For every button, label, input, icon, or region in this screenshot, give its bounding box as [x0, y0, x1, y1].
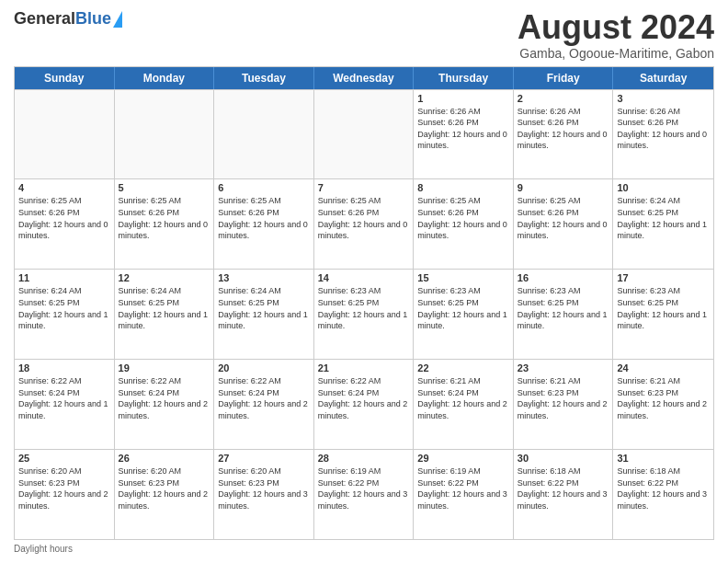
table-row	[115, 90, 215, 179]
table-row: 30Sunrise: 6:18 AM Sunset: 6:22 PM Dayli…	[514, 450, 614, 539]
table-row: 12Sunrise: 6:24 AM Sunset: 6:25 PM Dayli…	[115, 270, 215, 359]
day-number: 27	[218, 453, 310, 464]
day-header-friday: Friday	[514, 67, 614, 89]
table-row: 31Sunrise: 6:18 AM Sunset: 6:22 PM Dayli…	[613, 450, 713, 539]
page: General Blue August 2024 Gamba, Ogooue-M…	[0, 0, 728, 563]
cell-info: Sunrise: 6:24 AM Sunset: 6:25 PM Dayligh…	[218, 285, 310, 331]
table-row: 29Sunrise: 6:19 AM Sunset: 6:22 PM Dayli…	[414, 450, 514, 539]
calendar-header: SundayMondayTuesdayWednesdayThursdayFrid…	[15, 67, 713, 89]
day-number: 8	[417, 182, 509, 193]
cell-info: Sunrise: 6:19 AM Sunset: 6:22 PM Dayligh…	[318, 465, 410, 511]
table-row: 4Sunrise: 6:25 AM Sunset: 6:26 PM Daylig…	[15, 179, 115, 269]
table-row: 15Sunrise: 6:23 AM Sunset: 6:25 PM Dayli…	[414, 270, 514, 359]
logo-triangle-icon	[113, 11, 122, 28]
cell-info: Sunrise: 6:21 AM Sunset: 6:24 PM Dayligh…	[417, 375, 509, 421]
cell-info: Sunrise: 6:22 AM Sunset: 6:24 PM Dayligh…	[218, 375, 310, 421]
table-row: 22Sunrise: 6:21 AM Sunset: 6:24 PM Dayli…	[414, 360, 514, 449]
cell-info: Sunrise: 6:18 AM Sunset: 6:22 PM Dayligh…	[617, 465, 710, 511]
cell-info: Sunrise: 6:23 AM Sunset: 6:25 PM Dayligh…	[318, 285, 410, 331]
day-header-saturday: Saturday	[613, 67, 713, 89]
cell-info: Sunrise: 6:18 AM Sunset: 6:22 PM Dayligh…	[518, 465, 609, 511]
day-number: 1	[417, 93, 509, 104]
table-row: 26Sunrise: 6:20 AM Sunset: 6:23 PM Dayli…	[115, 450, 215, 539]
cell-info: Sunrise: 6:20 AM Sunset: 6:23 PM Dayligh…	[218, 465, 310, 511]
table-row: 10Sunrise: 6:24 AM Sunset: 6:25 PM Dayli…	[613, 179, 713, 269]
main-title: August 2024	[518, 9, 714, 46]
cell-info: Sunrise: 6:21 AM Sunset: 6:23 PM Dayligh…	[518, 375, 609, 421]
day-number: 20	[218, 362, 310, 373]
day-number: 25	[18, 453, 110, 464]
table-row: 19Sunrise: 6:22 AM Sunset: 6:24 PM Dayli…	[115, 360, 215, 449]
table-row	[15, 90, 115, 179]
table-row: 27Sunrise: 6:20 AM Sunset: 6:23 PM Dayli…	[214, 450, 314, 539]
table-row: 6Sunrise: 6:25 AM Sunset: 6:26 PM Daylig…	[214, 179, 314, 269]
logo: General Blue	[14, 9, 122, 29]
cell-info: Sunrise: 6:23 AM Sunset: 6:25 PM Dayligh…	[617, 285, 710, 331]
day-number: 10	[617, 182, 710, 193]
table-row: 23Sunrise: 6:21 AM Sunset: 6:23 PM Dayli…	[514, 360, 614, 449]
cell-info: Sunrise: 6:20 AM Sunset: 6:23 PM Dayligh…	[18, 465, 110, 511]
table-row: 20Sunrise: 6:22 AM Sunset: 6:24 PM Dayli…	[214, 360, 314, 449]
day-number: 13	[218, 272, 310, 283]
day-number: 4	[18, 182, 110, 193]
day-number: 17	[617, 272, 710, 283]
cell-info: Sunrise: 6:25 AM Sunset: 6:26 PM Dayligh…	[417, 195, 509, 241]
day-header-thursday: Thursday	[414, 67, 514, 89]
day-number: 5	[119, 182, 210, 193]
calendar-row: 18Sunrise: 6:22 AM Sunset: 6:24 PM Dayli…	[15, 359, 713, 449]
day-header-wednesday: Wednesday	[314, 67, 415, 89]
day-number: 7	[318, 182, 410, 193]
day-number: 15	[417, 272, 509, 283]
table-row	[314, 90, 415, 179]
day-number: 28	[318, 453, 410, 464]
table-row: 2Sunrise: 6:26 AM Sunset: 6:26 PM Daylig…	[514, 90, 614, 179]
cell-info: Sunrise: 6:23 AM Sunset: 6:25 PM Dayligh…	[417, 285, 509, 331]
table-row: 28Sunrise: 6:19 AM Sunset: 6:22 PM Dayli…	[314, 450, 415, 539]
table-row: 13Sunrise: 6:24 AM Sunset: 6:25 PM Dayli…	[214, 270, 314, 359]
logo-blue-text: Blue	[75, 9, 111, 29]
cell-info: Sunrise: 6:25 AM Sunset: 6:26 PM Dayligh…	[119, 195, 210, 241]
table-row: 1Sunrise: 6:26 AM Sunset: 6:26 PM Daylig…	[414, 90, 514, 179]
calendar-row: 11Sunrise: 6:24 AM Sunset: 6:25 PM Dayli…	[15, 269, 713, 359]
cell-info: Sunrise: 6:21 AM Sunset: 6:23 PM Dayligh…	[617, 375, 710, 421]
cell-info: Sunrise: 6:23 AM Sunset: 6:25 PM Dayligh…	[518, 285, 609, 331]
day-number: 21	[318, 362, 410, 373]
table-row: 25Sunrise: 6:20 AM Sunset: 6:23 PM Dayli…	[15, 450, 115, 539]
cell-info: Sunrise: 6:25 AM Sunset: 6:26 PM Dayligh…	[18, 195, 110, 241]
day-number: 3	[617, 93, 710, 104]
day-number: 16	[518, 272, 609, 283]
cell-info: Sunrise: 6:26 AM Sunset: 6:26 PM Dayligh…	[617, 106, 710, 152]
logo-general-text: General	[14, 9, 75, 29]
table-row: 21Sunrise: 6:22 AM Sunset: 6:24 PM Dayli…	[314, 360, 415, 449]
day-header-monday: Monday	[115, 67, 215, 89]
cell-info: Sunrise: 6:22 AM Sunset: 6:24 PM Dayligh…	[318, 375, 410, 421]
table-row	[214, 90, 314, 179]
day-number: 31	[617, 453, 710, 464]
subtitle: Gamba, Ogooue-Maritime, Gabon	[518, 46, 714, 61]
calendar-row: 25Sunrise: 6:20 AM Sunset: 6:23 PM Dayli…	[15, 449, 713, 539]
table-row: 11Sunrise: 6:24 AM Sunset: 6:25 PM Dayli…	[15, 270, 115, 359]
day-number: 11	[18, 272, 110, 283]
day-header-tuesday: Tuesday	[214, 67, 314, 89]
day-number: 29	[417, 453, 509, 464]
day-number: 19	[119, 362, 210, 373]
table-row: 9Sunrise: 6:25 AM Sunset: 6:26 PM Daylig…	[514, 179, 614, 269]
day-number: 24	[617, 362, 710, 373]
day-number: 6	[218, 182, 310, 193]
day-number: 18	[18, 362, 110, 373]
table-row: 18Sunrise: 6:22 AM Sunset: 6:24 PM Dayli…	[15, 360, 115, 449]
day-header-sunday: Sunday	[15, 67, 115, 89]
cell-info: Sunrise: 6:26 AM Sunset: 6:26 PM Dayligh…	[417, 106, 509, 152]
table-row: 5Sunrise: 6:25 AM Sunset: 6:26 PM Daylig…	[115, 179, 215, 269]
cell-info: Sunrise: 6:26 AM Sunset: 6:26 PM Dayligh…	[518, 106, 609, 152]
table-row: 17Sunrise: 6:23 AM Sunset: 6:25 PM Dayli…	[613, 270, 713, 359]
calendar-row: 4Sunrise: 6:25 AM Sunset: 6:26 PM Daylig…	[15, 178, 713, 269]
day-number: 30	[518, 453, 609, 464]
calendar: SundayMondayTuesdayWednesdayThursdayFrid…	[14, 66, 714, 540]
table-row: 3Sunrise: 6:26 AM Sunset: 6:26 PM Daylig…	[613, 90, 713, 179]
table-row: 8Sunrise: 6:25 AM Sunset: 6:26 PM Daylig…	[414, 179, 514, 269]
cell-info: Sunrise: 6:24 AM Sunset: 6:25 PM Dayligh…	[119, 285, 210, 331]
footer-note: Daylight hours	[14, 544, 714, 554]
table-row: 14Sunrise: 6:23 AM Sunset: 6:25 PM Dayli…	[314, 270, 415, 359]
day-number: 12	[119, 272, 210, 283]
